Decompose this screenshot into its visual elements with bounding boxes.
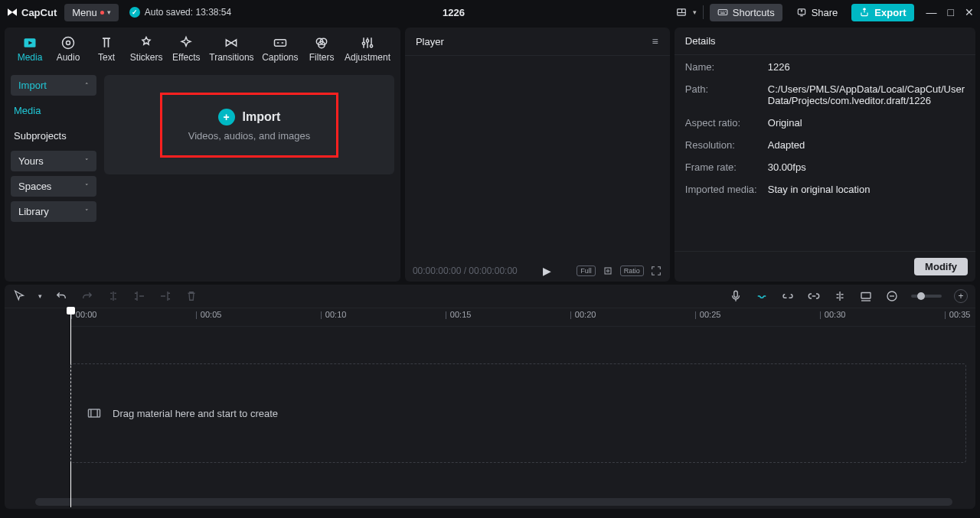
split-icon[interactable] bbox=[106, 289, 120, 303]
mic-icon[interactable] bbox=[729, 289, 743, 303]
tab-filters[interactable]: Filters bbox=[302, 32, 341, 69]
pointer-chevron-down-icon[interactable]: ▾ bbox=[38, 292, 42, 300]
details-title: Details bbox=[685, 35, 716, 47]
timeline-ruler-wrap: 00:00 00:05 00:10 00:15 00:20 00:25 00:3… bbox=[5, 308, 975, 327]
autosave-text: Auto saved: 13:38:54 bbox=[145, 7, 231, 18]
shortcuts-label: Shortcuts bbox=[733, 7, 775, 18]
close-button[interactable]: ✕ bbox=[965, 7, 974, 18]
maximize-button[interactable]: □ bbox=[948, 7, 954, 18]
menu-button[interactable]: Menu ▾ bbox=[64, 4, 119, 21]
chain-icon[interactable] bbox=[807, 289, 821, 303]
trim-left-icon[interactable] bbox=[132, 289, 146, 303]
svg-rect-23 bbox=[89, 409, 100, 417]
magnet-icon[interactable] bbox=[755, 289, 769, 303]
layout-icon[interactable] bbox=[676, 7, 687, 18]
divider bbox=[703, 5, 704, 19]
zoom-in-icon[interactable]: + bbox=[954, 289, 968, 303]
svg-rect-18 bbox=[605, 268, 611, 274]
player-menu-icon[interactable]: ≡ bbox=[652, 35, 659, 47]
play-button[interactable]: ▶ bbox=[543, 265, 551, 277]
crop-icon[interactable] bbox=[602, 265, 614, 277]
share-button[interactable]: Share bbox=[789, 4, 846, 21]
tab-audio[interactable]: Audio bbox=[49, 32, 87, 69]
ratio-button[interactable]: Ratio bbox=[620, 266, 644, 276]
detail-row-path: Path:C:/Users/PMLS/AppData/Local/CapCut/… bbox=[685, 83, 965, 106]
zoom-thumb[interactable] bbox=[917, 292, 925, 300]
tab-label: Captions bbox=[262, 52, 298, 63]
detail-label: Imported media: bbox=[685, 184, 768, 195]
text-icon bbox=[99, 35, 114, 50]
sidebar-label: Library bbox=[18, 206, 49, 217]
player-title: Player bbox=[416, 36, 444, 47]
timeline-drop-zone[interactable]: Drag material here and start to create bbox=[70, 363, 966, 463]
timeline-panel: ▾ + 00:00 00:05 00:10 00:15 00:20 bbox=[5, 285, 975, 509]
time-current: 00:00:00:00 bbox=[413, 266, 461, 276]
sidebar-item-spaces[interactable]: Spaces ˅ bbox=[11, 176, 96, 197]
tab-text[interactable]: Text bbox=[87, 32, 126, 69]
title-right: ▾ Shortcuts Share Export — □ ✕ bbox=[676, 4, 974, 21]
filters-icon bbox=[314, 35, 329, 50]
modify-button[interactable]: Modify bbox=[914, 258, 968, 275]
svg-rect-14 bbox=[274, 40, 286, 46]
timeline-ruler[interactable]: 00:00 00:05 00:10 00:15 00:20 00:25 00:3… bbox=[70, 308, 975, 327]
details-footer: Modify bbox=[675, 251, 975, 282]
tab-captions[interactable]: Captions bbox=[258, 32, 303, 69]
player-panel: Player ≡ 00:00:00:00 / 00:00:00:00 ▶ Ful… bbox=[405, 28, 670, 282]
redo-icon[interactable] bbox=[80, 289, 94, 303]
sidebar-item-library[interactable]: Library ˅ bbox=[11, 201, 96, 222]
menu-notification-dot-icon bbox=[100, 11, 104, 15]
undo-icon[interactable] bbox=[54, 289, 68, 303]
detail-label: Resolution: bbox=[685, 139, 768, 151]
tab-media[interactable]: Media bbox=[11, 32, 49, 69]
tab-label: Text bbox=[98, 52, 115, 63]
full-button[interactable]: Full bbox=[577, 266, 596, 276]
player-controls: 00:00:00:00 / 00:00:00:00 ▶ Full Ratio bbox=[405, 260, 670, 282]
project-title: 1226 bbox=[239, 7, 668, 18]
svg-rect-20 bbox=[734, 291, 738, 297]
detail-value: 1226 bbox=[768, 61, 965, 73]
expand-icon[interactable] bbox=[650, 265, 662, 277]
timeline-tracks[interactable]: Drag material here and start to create bbox=[5, 327, 975, 498]
tab-transitions[interactable]: Transitions bbox=[205, 32, 257, 69]
import-drop-area[interactable]: + Import Videos, audios, and images bbox=[104, 75, 394, 174]
player-header: Player ≡ bbox=[405, 28, 670, 56]
tick: 00:10 bbox=[320, 310, 346, 319]
window-controls: — □ ✕ bbox=[926, 7, 974, 18]
keyboard-icon bbox=[717, 7, 728, 18]
align-icon[interactable] bbox=[833, 289, 847, 303]
tab-label: Adjustment bbox=[345, 52, 390, 63]
tab-label: Filters bbox=[309, 52, 335, 63]
tab-adjustment[interactable]: Adjustment bbox=[341, 32, 394, 69]
minimize-button[interactable]: — bbox=[926, 7, 937, 18]
tab-effects[interactable]: Effects bbox=[167, 32, 205, 69]
time-total: 00:00:00:00 bbox=[469, 266, 517, 276]
sidebar-item-subprojects[interactable]: Subprojects bbox=[11, 125, 96, 146]
export-button[interactable]: Export bbox=[851, 4, 913, 21]
sidebar-item-import[interactable]: Import ˄ bbox=[11, 75, 96, 96]
timeline-toolbar: ▾ + bbox=[5, 285, 975, 308]
pointer-tool-icon[interactable] bbox=[12, 289, 26, 303]
trim-right-icon[interactable] bbox=[158, 289, 172, 303]
check-icon: ✓ bbox=[129, 7, 140, 18]
app-logo: CapCut bbox=[6, 6, 57, 18]
tick: 00:20 bbox=[570, 310, 596, 319]
chevron-up-icon: ˄ bbox=[85, 82, 89, 90]
captions-icon bbox=[273, 35, 288, 50]
zoom-slider[interactable] bbox=[911, 295, 942, 298]
app-name: CapCut bbox=[21, 7, 57, 18]
timeline-toolbar-left: ▾ bbox=[12, 289, 198, 303]
delete-icon[interactable] bbox=[185, 289, 198, 303]
zoom-out-icon[interactable] bbox=[885, 289, 899, 303]
sidebar-item-media[interactable]: Media bbox=[11, 100, 96, 121]
sidebar-label: Import bbox=[18, 80, 47, 91]
sidebar-item-yours[interactable]: Yours ˅ bbox=[11, 151, 96, 171]
preview-icon[interactable] bbox=[859, 289, 873, 303]
link-icon[interactable] bbox=[781, 289, 795, 303]
detail-value: C:/Users/PMLS/AppData/Local/CapCut/User … bbox=[768, 83, 965, 106]
layout-chevron-down-icon[interactable]: ▾ bbox=[693, 8, 697, 16]
tick: 00:05 bbox=[195, 310, 221, 319]
player-right-controls: Full Ratio bbox=[577, 265, 662, 277]
shortcuts-button[interactable]: Shortcuts bbox=[710, 4, 782, 21]
tab-stickers[interactable]: Stickers bbox=[126, 32, 167, 69]
timeline-horizontal-scrollbar[interactable] bbox=[35, 498, 952, 506]
